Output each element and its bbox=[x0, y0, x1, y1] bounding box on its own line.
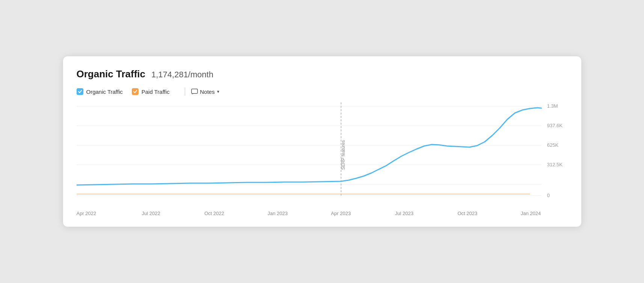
page-title: Organic Traffic bbox=[77, 68, 146, 80]
organic-checkbox[interactable] bbox=[77, 88, 83, 95]
x-label-oct23: Oct 2023 bbox=[456, 211, 479, 216]
x-label-jul23: Jul 2023 bbox=[393, 211, 415, 216]
svg-text:0: 0 bbox=[547, 193, 549, 198]
x-label-jul22: Jul 2022 bbox=[140, 211, 162, 216]
x-label-apr23: Apr 2023 bbox=[330, 211, 352, 216]
legend-row: Organic Traffic Paid Traffic Notes ▾ bbox=[77, 87, 568, 96]
svg-text:1.3M: 1.3M bbox=[547, 103, 558, 109]
legend-divider bbox=[185, 87, 185, 96]
x-axis-labels: Apr 2022 Jul 2022 Oct 2022 Jan 2023 Apr … bbox=[77, 208, 568, 216]
main-card: Organic Traffic 1,174,281/month Organic … bbox=[63, 56, 581, 227]
notes-icon bbox=[191, 89, 198, 95]
traffic-value: 1,174,281/month bbox=[151, 70, 213, 80]
paid-label: Paid Traffic bbox=[142, 89, 170, 95]
chart-svg: 1.3M 937.6K 625K 312.5K 0 SERP features bbox=[77, 102, 568, 208]
svg-text:SERP features: SERP features bbox=[341, 140, 346, 170]
chevron-icon: ▾ bbox=[217, 89, 219, 94]
x-label-jan23: Jan 2023 bbox=[266, 211, 289, 216]
svg-rect-0 bbox=[192, 89, 198, 93]
legend-organic[interactable]: Organic Traffic bbox=[77, 88, 123, 95]
x-label-oct22: Oct 2022 bbox=[203, 211, 226, 216]
x-label-jan24: Jan 2024 bbox=[519, 211, 542, 216]
svg-text:625K: 625K bbox=[547, 142, 558, 148]
svg-text:312.5K: 312.5K bbox=[547, 162, 563, 167]
svg-text:937.6K: 937.6K bbox=[547, 123, 563, 128]
paid-checkbox[interactable] bbox=[132, 88, 139, 95]
notes-label: Notes bbox=[200, 89, 215, 95]
legend-paid[interactable]: Paid Traffic bbox=[132, 88, 170, 95]
header-row: Organic Traffic 1,174,281/month bbox=[77, 68, 568, 80]
x-label-apr22: Apr 2022 bbox=[77, 211, 99, 216]
organic-label: Organic Traffic bbox=[86, 89, 123, 95]
notes-button[interactable]: Notes ▾ bbox=[191, 89, 219, 95]
chart-container: 1.3M 937.6K 625K 312.5K 0 SERP features bbox=[77, 102, 568, 208]
